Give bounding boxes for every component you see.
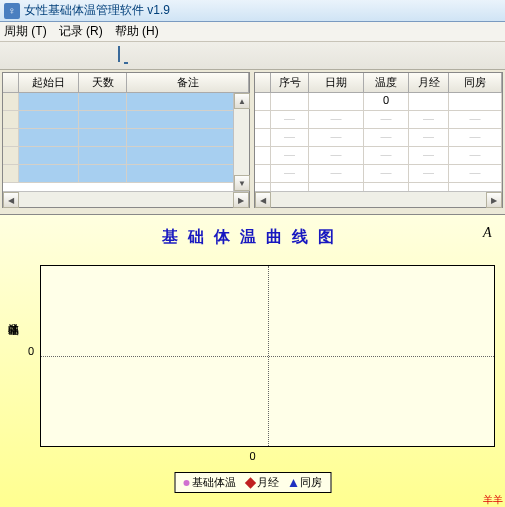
th-seq[interactable]: 序号 <box>271 73 309 92</box>
menubar: 周期 (T) 记录 (R) 帮助 (H) <box>0 22 505 42</box>
axis-h-zero <box>41 356 494 357</box>
left-table: 起始日 天数 备注 ▲ ▼ ◀ ▶ <box>2 72 250 208</box>
left-scrollbar-v[interactable]: ▲ ▼ <box>233 93 249 191</box>
table-row[interactable]: ————— <box>255 165 502 183</box>
dot-icon <box>183 480 189 486</box>
right-table-header: 序号 日期 温度 月经 同房 <box>255 73 502 93</box>
left-table-body[interactable] <box>3 93 249 191</box>
th-intercourse[interactable]: 同房 <box>449 73 502 92</box>
legend-item-bbt: 基础体温 <box>183 475 236 490</box>
th-days[interactable]: 天数 <box>79 73 127 92</box>
titlebar: ♀ 女性基础体温管理软件 v1.9 <box>0 0 505 22</box>
scroll-up-button[interactable]: ▲ <box>234 93 250 109</box>
menu-period[interactable]: 周期 (T) <box>4 23 47 40</box>
scroll-left-button[interactable]: ◀ <box>3 192 19 208</box>
legend-label: 基础体温 <box>192 475 236 490</box>
table-row[interactable]: ————— <box>255 129 502 147</box>
print-icon[interactable]: A <box>483 225 497 239</box>
legend-label: 月经 <box>257 475 279 490</box>
left-scrollbar-h[interactable]: ◀ ▶ <box>3 191 249 207</box>
th-blank[interactable] <box>3 73 19 92</box>
table-row[interactable]: ————— <box>255 183 502 191</box>
right-table: 序号 日期 温度 月经 同房 0 ————— ————— ————— —————… <box>254 72 503 208</box>
table-row[interactable]: ————— <box>255 111 502 129</box>
table-row[interactable] <box>3 147 249 165</box>
monitor-icon[interactable] <box>118 47 136 65</box>
right-scrollbar-h[interactable]: ◀ ▶ <box>255 191 502 207</box>
scroll-right-button[interactable]: ▶ <box>233 192 249 208</box>
th-start-date[interactable]: 起始日 <box>19 73 79 92</box>
table-row[interactable] <box>3 111 249 129</box>
chart-area: 基础体温曲线图 A 基础体温 0 0 基础体温 月经 同房 羊羊 <box>0 214 505 507</box>
toolbar <box>0 42 505 70</box>
moon-icon[interactable] <box>20 47 38 65</box>
th-blank[interactable] <box>255 73 271 92</box>
tables-row: 起始日 天数 备注 ▲ ▼ ◀ ▶ 序号 日期 温度 月经 <box>0 70 505 210</box>
window-title: 女性基础体温管理软件 v1.9 <box>24 2 170 19</box>
legend-item-menses: 月经 <box>246 475 279 490</box>
footer-link[interactable]: 羊羊 <box>483 493 503 507</box>
th-temperature[interactable]: 温度 <box>364 73 409 92</box>
legend-item-intercourse: 同房 <box>289 475 322 490</box>
planet-icon[interactable] <box>216 47 234 65</box>
chart-plot <box>40 265 495 447</box>
table-row[interactable] <box>3 165 249 183</box>
scroll-track[interactable] <box>271 192 486 207</box>
chart-legend: 基础体温 月经 同房 <box>174 472 331 493</box>
x-tick-zero: 0 <box>249 450 255 462</box>
scroll-right-button[interactable]: ▶ <box>486 192 502 208</box>
left-table-header: 起始日 天数 备注 <box>3 73 249 93</box>
diamond-icon <box>244 477 255 488</box>
cell-temperature[interactable]: 0 <box>364 93 409 110</box>
table-row[interactable]: 0 <box>255 93 502 111</box>
triangle-icon <box>289 479 297 487</box>
right-table-body[interactable]: 0 ————— ————— ————— ————— ————— <box>255 93 502 191</box>
scroll-track[interactable] <box>234 109 249 175</box>
legend-label: 同房 <box>300 475 322 490</box>
menu-help[interactable]: 帮助 (H) <box>115 23 159 40</box>
scroll-track[interactable] <box>19 192 233 207</box>
table-row[interactable] <box>3 93 249 111</box>
table-row[interactable] <box>3 129 249 147</box>
th-remark[interactable]: 备注 <box>127 73 249 92</box>
th-menses[interactable]: 月经 <box>409 73 449 92</box>
table-row[interactable]: ————— <box>255 147 502 165</box>
app-icon: ♀ <box>4 3 20 19</box>
chart-title: 基础体温曲线图 <box>0 227 505 248</box>
scroll-down-button[interactable]: ▼ <box>234 175 250 191</box>
scroll-left-button[interactable]: ◀ <box>255 192 271 208</box>
y-tick-zero: 0 <box>28 345 34 357</box>
menu-record[interactable]: 记录 (R) <box>59 23 103 40</box>
th-date[interactable]: 日期 <box>309 73 364 92</box>
